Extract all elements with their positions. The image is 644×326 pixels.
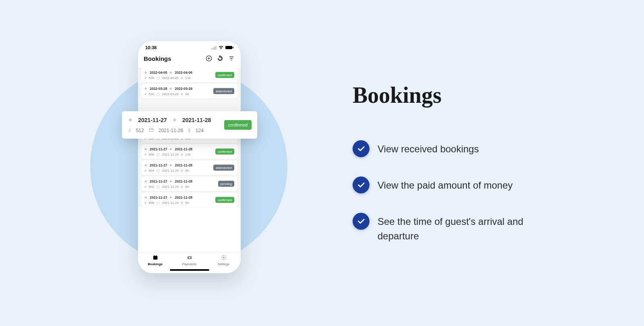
feature-item: View the paid amount of money (353, 176, 563, 193)
date-icon: ▢ (157, 76, 160, 80)
feature-text: See the time of guest's arrival and depa… (378, 213, 563, 243)
arrival-icon: ✈ (144, 71, 147, 75)
svg-rect-3 (153, 256, 157, 260)
status-badge: confirmed (215, 72, 234, 78)
highlight-status-badge: confirmed (224, 120, 252, 130)
booking-card[interactable]: ✈ 2021-11-27 ✈ 2021-11-28 #508 ▢2021-11-… (141, 144, 237, 159)
gear-icon (206, 255, 241, 262)
booking-id: 516 (149, 92, 154, 96)
marketing-panel: Bookings View received bookings View the… (353, 82, 563, 263)
signal-icon (211, 46, 217, 50)
battery-icon (225, 46, 233, 50)
booking-checkin: 2021-11-27 (150, 179, 167, 183)
arrival-icon: ✈ (144, 164, 147, 167)
booking-created: 2022-03-28 (162, 92, 179, 96)
payments-icon (172, 255, 206, 262)
booking-checkin: 2021-11-27 (150, 163, 167, 167)
booking-checkout: 2021-11-28 (175, 195, 192, 199)
departure-icon: ✈ (169, 71, 172, 75)
booking-card[interactable]: ✈ 2022-04-05 ✈ 2022-04-06 #529 ▢2022-04-… (141, 68, 237, 82)
page-title: Bookings (144, 55, 201, 62)
svg-rect-0 (225, 46, 232, 49)
id-icon: # (144, 92, 146, 96)
highlight-created: 2021-11-26 (159, 128, 183, 133)
highlight-id: 512 (136, 128, 144, 133)
booking-checkin: 2021-11-27 (150, 195, 167, 199)
booking-card[interactable]: ✈ 2021-11-27 ✈ 2021-11-28 #502 ▢2021-11-… (141, 176, 237, 191)
wifi-icon (218, 46, 224, 50)
booking-checkin: 2021-11-27 (150, 147, 167, 151)
arrival-icon: ✈ (128, 117, 132, 123)
svg-rect-9 (149, 129, 153, 132)
booking-id: 529 (149, 76, 154, 80)
money-icon: $ (188, 128, 191, 133)
tab-label: Bookings (148, 262, 162, 266)
departure-icon: ✈ (169, 180, 172, 183)
status-badge: abandoned (213, 88, 234, 94)
departure-icon: ✈ (169, 147, 172, 151)
calendar-icon (138, 255, 172, 262)
tab-bookings[interactable]: Bookings (138, 255, 172, 266)
booking-checkout: 2021-11-28 (175, 163, 192, 167)
id-icon: # (144, 76, 146, 80)
date-icon: ▢ (157, 153, 160, 156)
feature-text: View received bookings (378, 140, 479, 156)
money-icon: $ (181, 201, 183, 205)
status-badge: confirmed (215, 149, 234, 155)
status-bar: 10:38 (138, 41, 241, 50)
headline: Bookings (353, 82, 563, 108)
date-icon: ▢ (157, 185, 160, 189)
svg-point-7 (189, 257, 190, 259)
highlight-amount: 124 (196, 128, 204, 133)
feature-item: View received bookings (353, 140, 563, 157)
booking-id: 502 (149, 185, 154, 189)
booking-card[interactable]: ✈ 2021-11-27 ✈ 2021-11-28 #504 ▢2021-11-… (141, 160, 237, 175)
booking-card[interactable]: ✈ 2022-03-28 ✈ 2022-03-29 #516 ▢2022-03-… (141, 84, 237, 98)
id-icon: # (144, 169, 146, 172)
highlight-checkin: 2021-11-27 (138, 117, 167, 123)
booking-amount: 116 (185, 153, 190, 156)
check-icon (353, 213, 369, 230)
booking-card[interactable]: ✈ 2021-11-27 ✈ 2021-11-28 #499 ▢2021-11-… (141, 193, 237, 207)
money-icon: $ (181, 185, 183, 189)
booking-amount: 84 (185, 185, 189, 189)
booking-amount: 84 (185, 169, 189, 172)
filter-icon[interactable] (228, 55, 235, 62)
booking-checkin: 2022-04-05 (150, 71, 167, 75)
booking-amount: 84 (185, 201, 189, 205)
money-icon: $ (181, 169, 183, 172)
date-icon: ▢ (157, 92, 160, 96)
check-icon (353, 140, 369, 157)
refresh-icon[interactable] (217, 55, 224, 62)
departure-icon: ✈ (169, 164, 172, 167)
tab-label: Payments (182, 262, 197, 266)
arrival-icon: ✈ (144, 180, 147, 183)
arrival-icon: ✈ (144, 196, 147, 199)
highlight-checkout: 2021-11-28 (182, 117, 211, 123)
status-icons (211, 46, 233, 50)
status-badge: abandoned (213, 165, 234, 171)
booking-created: 2021-11-26 (162, 153, 179, 156)
svg-rect-1 (233, 47, 233, 48)
tab-payments[interactable]: Payments (172, 255, 206, 266)
highlighted-booking-card[interactable]: ✈ 2021-11-27 ✈ 2021-11-28 # 512 2021-11-… (122, 111, 257, 139)
booking-created: 2021-11-26 (162, 185, 179, 189)
add-icon[interactable] (205, 55, 213, 62)
booking-amount: 116 (185, 76, 190, 80)
booking-amount: 96 (185, 92, 189, 96)
arrival-icon: ✈ (144, 147, 147, 151)
app-bar: Bookings (138, 50, 241, 66)
date-icon: ▢ (157, 169, 160, 172)
id-icon: # (144, 185, 146, 189)
booking-id: 508 (149, 153, 154, 156)
money-icon: $ (181, 153, 183, 156)
booking-id: 504 (149, 169, 154, 172)
check-icon (353, 176, 369, 193)
svg-point-8 (223, 257, 225, 258)
booking-checkin: 2022-03-28 (150, 87, 167, 91)
booking-checkout: 2022-03-29 (175, 87, 192, 91)
tab-label: Settings (218, 262, 229, 266)
booking-checkout: 2022-04-06 (175, 71, 192, 75)
tab-settings[interactable]: Settings (206, 255, 241, 266)
booking-created: 2021-11-24 (162, 201, 179, 205)
